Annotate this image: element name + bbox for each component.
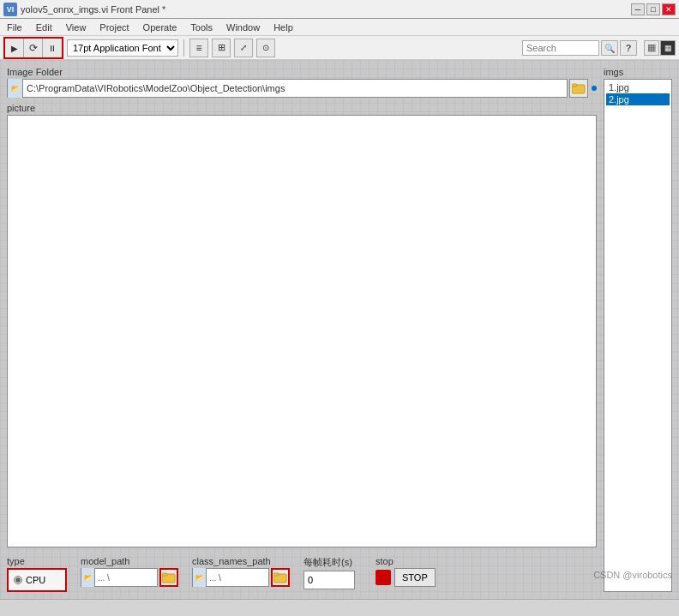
maximize-button[interactable]: □ [646,3,660,15]
enum-radio-inner [15,577,21,583]
elapsed-input[interactable] [303,571,355,589]
picture-section: picture [7,103,597,547]
center-panel: Image Folder 📂 C:\ProgramData\VIRobotics… [7,67,597,592]
imgs-item-1[interactable]: 1.jpg [606,81,670,93]
reorder-icon: ⊙ [262,43,269,52]
svg-rect-1 [572,84,577,87]
align-objects-button[interactable] [189,39,208,57]
class-names-input[interactable]: 📂 ... \ [192,568,269,587]
svg-rect-3 [162,573,167,576]
class-names-browse-btn[interactable] [271,568,290,587]
imgs-item-2[interactable]: 2.jpg [606,93,670,105]
model-path-prefix-icon: 📂 [84,574,93,582]
pane-icon [647,42,656,53]
image-folder-browse-btn[interactable] [569,79,588,98]
bd-icon: ▦ [664,44,672,52]
menu-view[interactable]: View [63,21,90,33]
stop-indicator [376,570,391,585]
class-names-value: ... \ [207,573,224,583]
window-title: yolov5_onnx_imgs.vi Front Panel * [21,4,165,15]
class-names-row: 📂 ... \ [192,568,290,587]
search-button[interactable] [601,40,618,56]
elapsed-field: 每帧耗时(s) [303,556,355,589]
model-path-icon: 📂 [81,568,95,587]
class-folder-icon [273,571,287,583]
menu-operate[interactable]: Operate [140,21,181,33]
toolbar: 17pt Application Font ⤢ ⊙ ▦ [0,36,679,60]
menu-project[interactable]: Project [96,21,132,33]
type-label: type [7,556,67,566]
model-folder-icon [162,571,176,583]
menu-file[interactable]: File [3,21,26,33]
elapsed-label: 每帧耗时(s) [303,556,355,569]
align-icon [195,42,201,54]
menu-tools[interactable]: Tools [187,21,216,33]
bottom-controls: type CPU model_path 📂 ... \ [7,556,597,592]
stop-button[interactable]: STOP [394,568,436,587]
menu-help[interactable]: Help [270,21,297,33]
class-names-label: class_names_path [192,556,290,566]
connect-dot-folder [592,86,597,91]
stop-btn-container: STOP [376,568,436,587]
run-controls-group [3,37,63,59]
imgs-panel: imgs 1.jpg 2.jpg [604,67,672,592]
model-path-browse-btn[interactable] [159,568,178,587]
pause-icon [48,43,57,53]
path-icon: 📂 [8,79,23,98]
svg-rect-5 [273,573,279,576]
title-bar-left: VI yolov5_onnx_imgs.vi Front Panel * [3,3,165,16]
image-folder-section: Image Folder 📂 C:\ProgramData\VIRobotics… [7,67,597,98]
pause-button[interactable] [43,39,62,57]
title-bar-controls: ─ □ ✕ [631,3,676,15]
close-button[interactable]: ✕ [662,3,676,15]
path-prefix-icon: 📂 [11,85,20,93]
distribute-objects-button[interactable] [212,39,231,57]
app-icon: VI [3,3,17,16]
minimize-button[interactable]: ─ [631,3,645,15]
type-enum[interactable]: CPU [7,568,67,592]
distribute-icon [218,42,225,53]
search-icon [604,43,615,53]
run-button[interactable] [5,39,24,57]
menu-window[interactable]: Window [223,21,263,33]
resize-objects-button[interactable]: ⤢ [234,39,253,57]
model-path-label: model_path [81,556,178,566]
picture-label: picture [7,103,597,113]
model-path-field: model_path 📂 ... \ [81,556,178,587]
search-input[interactable] [522,40,599,56]
search-box [522,40,637,56]
type-field: type CPU [7,556,67,592]
image-folder-input[interactable]: 📂 C:\ProgramData\VIRobotics\ModelZoo\Obj… [7,79,568,98]
reorder-button[interactable]: ⊙ [256,39,275,57]
run-cont-icon [29,42,38,54]
vi-controls: ▦ [644,40,676,56]
class-path-icon: 📂 [193,568,207,587]
menu-bar: File Edit View Project Operate Tools Win… [0,19,679,36]
picture-canvas [7,115,597,547]
class-path-prefix-icon: 📂 [195,574,204,582]
class-names-path-field: class_names_path 📂 ... \ [192,556,290,587]
model-path-input[interactable]: 📂 ... \ [81,568,158,587]
enum-radio [14,576,22,584]
help-button[interactable] [620,40,637,56]
model-path-row: 📂 ... \ [81,568,178,587]
imgs-label: imgs [604,67,672,77]
menu-edit[interactable]: Edit [33,21,56,33]
type-value: CPU [26,575,45,585]
help-icon [626,43,632,53]
title-bar: VI yolov5_onnx_imgs.vi Front Panel * ─ □… [0,0,679,19]
resize-icon: ⤢ [240,43,247,52]
model-path-value: ... \ [95,573,112,583]
stop-label: stop [376,556,436,566]
status-bar [0,599,679,616]
image-folder-path: C:\ProgramData\VIRobotics\ModelZoo\Objec… [23,83,567,93]
run-continuously-button[interactable] [24,39,43,57]
block-diagram-button[interactable]: ▦ [660,40,676,56]
image-folder-row: 📂 C:\ProgramData\VIRobotics\ModelZoo\Obj… [7,79,597,98]
image-folder-label: Image Folder [7,67,597,77]
folder-icon [572,82,586,94]
font-selector[interactable]: 17pt Application Font [67,39,178,57]
pane-button[interactable] [644,40,659,56]
imgs-list: 1.jpg 2.jpg [604,79,672,592]
run-icon [11,43,18,53]
